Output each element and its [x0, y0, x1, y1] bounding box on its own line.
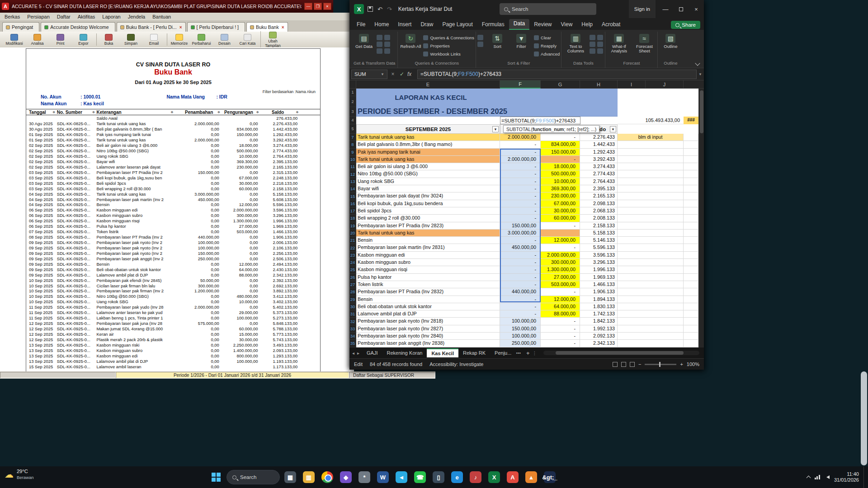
table-row[interactable]: 09 Sep 2025 SDL-KK-0925-0... Pembayaran …	[26, 240, 320, 245]
table-row[interactable]: 12 Sep 2025 SDL-KK-0925-0... Keran air 0…	[26, 332, 320, 337]
row-number[interactable]: 35	[349, 340, 356, 347]
cell-pengurangan[interactable]: -	[541, 318, 580, 325]
menu-item[interactable]: Berkas	[5, 14, 20, 19]
row-number[interactable]: 16	[349, 200, 356, 207]
anydesk-icon[interactable]: A	[505, 469, 521, 485]
cell-keterangan[interactable]: Pembayaran laser pak dayat (Inv 3024)	[356, 192, 500, 200]
cell-saldo[interactable]: 2.008.133	[580, 215, 618, 222]
cell-k[interactable]	[684, 281, 698, 288]
cell-saldo[interactable]: 1.996.133	[580, 266, 618, 273]
file-explorer-icon[interactable]: ▥	[301, 469, 317, 485]
table-row[interactable]: 02 Sep 2025 SDL-KK-0925-0... Bayar wifi …	[26, 159, 320, 164]
ribbon-tab-draw[interactable]: Draw	[416, 20, 438, 30]
row-number[interactable]: 10	[349, 156, 356, 163]
cell-note[interactable]	[618, 252, 684, 259]
table-row[interactable]: 04 Sep 2025 SDL-KK-0925-0... Tarik tunai…	[26, 191, 320, 197]
cell-penambahan[interactable]: -	[500, 259, 541, 266]
cell-keterangan[interactable]: Tarik tunai untuk uang kas	[356, 156, 500, 163]
tray-clock[interactable]: 11:40 31/01/2026	[834, 471, 859, 483]
clear-button[interactable]: Clear	[534, 34, 560, 41]
ribbon-tab-review[interactable]: Review	[529, 20, 556, 30]
row-number[interactable]: 31	[349, 310, 356, 318]
row-number[interactable]: 20	[349, 230, 356, 237]
cell-penambahan[interactable]: -	[500, 266, 541, 273]
confirm-edit-icon[interactable]: ✓	[398, 71, 406, 77]
cell-note[interactable]	[618, 266, 684, 273]
reapply-button[interactable]: Reapply	[534, 42, 560, 49]
cell-k[interactable]	[684, 296, 698, 303]
cell-pengurangan[interactable]: 834.000,00	[541, 141, 580, 148]
row-number[interactable]: 15	[349, 192, 356, 200]
table-row[interactable]: 03 Sep 2025 SDL-KK-0925-0... Pembayaran …	[26, 169, 320, 175]
tab-perlu-diperbarui[interactable]: [ Perlu Diperbarui ! ]	[187, 22, 245, 32]
cell-saldo[interactable]: 1.742.133	[580, 310, 618, 318]
cell-k[interactable]	[684, 310, 698, 318]
row-number[interactable]: 30	[349, 303, 356, 310]
cell-pengurangan[interactable]: -	[541, 333, 580, 340]
cell-pengurangan[interactable]: 2.000.000,00	[541, 252, 580, 259]
cell-penambahan[interactable]: -	[500, 252, 541, 259]
cell-saldo[interactable]: 2.098.133	[580, 200, 618, 207]
terminal-icon[interactable]: &gt;_	[542, 469, 558, 485]
toolbar-memorize[interactable]: Memorize	[167, 33, 190, 46]
cell-k[interactable]	[684, 340, 698, 347]
menu-item[interactable]: Jendela	[128, 14, 146, 19]
cell-note[interactable]	[618, 170, 684, 178]
ribbon-tab-page-layout[interactable]: Page Layout	[438, 20, 477, 30]
status-records[interactable]: 84 of 458 records found	[370, 361, 422, 367]
accurate-maximize-button[interactable]: ❐	[314, 3, 322, 10]
cell-k[interactable]	[684, 222, 698, 230]
tab-buku-bank[interactable]: Buku Bank ×	[246, 22, 288, 32]
cell-saldo[interactable]: 2.158.133	[580, 222, 618, 230]
col-saldo[interactable]: Saldo	[272, 110, 284, 115]
row-number[interactable]: 17	[349, 207, 356, 215]
tab-accurate-desktop-welcome[interactable]: Accurate Desktop Welcome	[41, 22, 115, 32]
menu-item[interactable]: Persiapan	[27, 14, 50, 19]
edge-icon[interactable]: e	[449, 469, 465, 485]
cell-k4-overflow[interactable]: ###	[684, 117, 698, 124]
queries-connections-button[interactable]: Queries & Connections	[423, 34, 474, 41]
workbook-links-button[interactable]: Workbook Links	[423, 50, 474, 57]
cell-saldo[interactable]: 3.596.133	[580, 252, 618, 259]
cell-note[interactable]	[618, 237, 684, 244]
cell-pengurangan[interactable]: -	[541, 340, 580, 347]
properties-button[interactable]: Properties	[423, 42, 474, 49]
cell-penambahan[interactable]: 2.000.000,00	[500, 134, 541, 141]
cell-keterangan[interactable]: Pembayaran laser pak martin (Inv 2831)	[356, 244, 500, 251]
table-row[interactable]: 03 Sep 2025 SDL-KK-0925-0... Beli spidol…	[26, 180, 320, 186]
ribbon-tab-acrobat[interactable]: Acrobat	[597, 20, 625, 30]
cell-pengurangan[interactable]: 12.000,00	[541, 237, 580, 244]
cell-pengurangan[interactable]: -	[541, 134, 580, 141]
cell-note[interactable]	[618, 230, 684, 237]
cell-saldo[interactable]: 2.764.433	[580, 178, 618, 185]
cell-keterangan[interactable]: Beli air galon isi ulang 3 @6.000	[356, 163, 500, 170]
cell-note[interactable]	[618, 192, 684, 200]
cell-saldo[interactable]: 2.068.133	[580, 207, 618, 215]
cell-saldo[interactable]: 2.092.133	[580, 333, 618, 340]
sheet-tab-gaji[interactable]: GAJI	[362, 349, 382, 357]
cell-k[interactable]	[684, 333, 698, 340]
cell-note[interactable]	[618, 178, 684, 185]
cell-k[interactable]	[684, 266, 698, 273]
name-box[interactable]: SUM ▼	[351, 70, 387, 79]
table-row[interactable]: 01 Sep 2025 SDL-KK-0925-0... Tarik tunai…	[26, 137, 320, 143]
toolbar-ubah-tampilan[interactable]: Ubah Tampilan	[260, 31, 283, 48]
cell-saldo[interactable]: 3.292.433	[580, 156, 618, 163]
scrollbar-thumb[interactable]	[700, 90, 703, 133]
cell-saldo[interactable]: 3.274.433	[580, 163, 618, 170]
table-row[interactable]: 11 Sep 2025 SDL-KK-0925-0... Lalamove an…	[26, 310, 320, 315]
cell-pengurangan[interactable]: -	[541, 288, 580, 296]
formula-bar-expand-icon[interactable]: ▼	[698, 72, 702, 76]
column-header-g[interactable]: G	[541, 80, 580, 89]
cell-k[interactable]	[684, 288, 698, 296]
table-row[interactable]: 30 Agu 2025 SDL-KK-0825-0... Beli plat g…	[26, 127, 320, 132]
start-button[interactable]	[208, 469, 224, 485]
table-row[interactable]: 10 Sep 2025 SDL-KK-0925-0... Nitro 10tbg…	[26, 294, 320, 299]
ribbon-tab-help[interactable]: Help	[577, 20, 597, 30]
table-row[interactable]: 03 Sep 2025 SDL-KK-0925-0... Beli wrappi…	[26, 186, 320, 191]
share-button[interactable]: Share	[671, 21, 700, 29]
cell-saldo[interactable]: 5.146.133	[580, 237, 618, 244]
cell-saldo[interactable]: 1.292.433	[580, 149, 618, 156]
cell-penambahan[interactable]: -	[500, 170, 541, 178]
cell-pengurangan[interactable]: 27.000,00	[541, 274, 580, 281]
